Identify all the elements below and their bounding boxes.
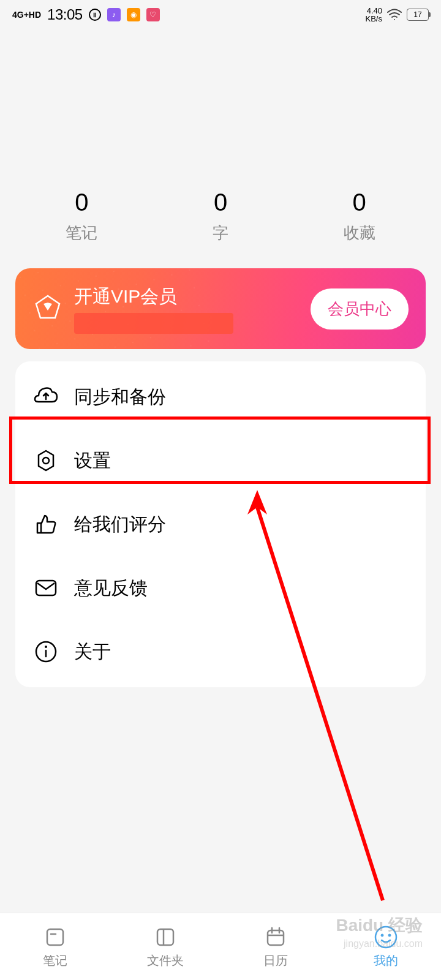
menu-about-label: 关于 <box>74 639 111 665</box>
vip-text: 开通VIP会员 <box>74 284 311 334</box>
vip-title: 开通VIP会员 <box>74 284 311 309</box>
stat-notes[interactable]: 0 笔记 <box>12 189 151 244</box>
watermark-sub: jingyan.baidu.com <box>344 938 423 949</box>
settings-icon <box>32 447 59 474</box>
svg-point-0 <box>43 458 49 464</box>
stat-words-label: 字 <box>151 222 290 244</box>
nav-notes-label: 笔记 <box>43 952 67 969</box>
nav-mine-label: 我的 <box>374 952 398 969</box>
wifi-icon <box>387 9 402 21</box>
info-icon <box>32 638 59 665</box>
menu-sync-backup[interactable]: 同步和备份 <box>15 365 426 429</box>
calendar-icon <box>263 924 288 950</box>
thumbs-up-icon <box>32 511 59 538</box>
vip-center-button[interactable]: 会员中心 <box>311 288 409 330</box>
pause-icon: Ⅱ <box>89 9 101 21</box>
stat-words[interactable]: 0 字 <box>151 189 290 244</box>
profile-area <box>0 29 441 176</box>
mail-icon <box>32 575 59 601</box>
svg-rect-1 <box>36 581 56 595</box>
status-left: 4G+HD 13:05 Ⅱ ♪ ◉ ♡ <box>12 6 160 23</box>
menu-rate-us[interactable]: 给我们评分 <box>15 492 426 556</box>
vip-banner[interactable]: 开通VIP会员 会员中心 <box>15 268 426 349</box>
folders-icon <box>153 924 178 950</box>
status-right: 4.40 KB/s 17 <box>366 7 429 23</box>
network-speed: 4.40 KB/s <box>366 7 382 23</box>
stat-notes-value: 0 <box>12 189 151 216</box>
svg-rect-6 <box>47 929 63 945</box>
menu-feedback-label: 意见反馈 <box>74 576 148 601</box>
menu-rate-label: 给我们评分 <box>74 512 166 537</box>
menu-settings[interactable]: 设置 <box>15 429 426 492</box>
app-icon-1: ♪ <box>107 8 121 21</box>
vip-diamond-icon <box>32 293 63 324</box>
nav-calendar[interactable]: 日历 <box>221 913 331 980</box>
app-icon-2: ◉ <box>127 8 140 21</box>
menu-feedback[interactable]: 意见反馈 <box>15 556 426 620</box>
status-bar: 4G+HD 13:05 Ⅱ ♪ ◉ ♡ 4.40 KB/s 17 <box>0 0 441 29</box>
watermark: Baidu 经验 <box>336 914 423 937</box>
clock: 13:05 <box>47 6 83 23</box>
app-icon-3: ♡ <box>146 8 160 21</box>
notes-icon <box>42 924 68 950</box>
stat-notes-label: 笔记 <box>12 222 151 244</box>
menu-settings-label: 设置 <box>74 448 111 473</box>
stat-favorites-label: 收藏 <box>290 222 429 244</box>
vip-subtitle-redacted <box>74 313 233 334</box>
nav-calendar-label: 日历 <box>263 952 288 969</box>
menu-sync-label: 同步和备份 <box>74 385 166 410</box>
nav-folders-label: 文件夹 <box>147 952 184 969</box>
menu-about[interactable]: 关于 <box>15 620 426 684</box>
stats-row: 0 笔记 0 字 0 收藏 <box>0 176 441 268</box>
battery-indicator: 17 <box>407 9 429 21</box>
nav-notes[interactable]: 笔记 <box>0 913 110 980</box>
svg-rect-10 <box>268 930 284 945</box>
svg-point-3 <box>45 646 47 648</box>
nav-folders[interactable]: 文件夹 <box>110 913 221 980</box>
stat-favorites[interactable]: 0 收藏 <box>290 189 429 244</box>
cloud-upload-icon <box>32 383 59 410</box>
stat-words-value: 0 <box>151 189 290 216</box>
menu-card: 同步和备份 设置 给我们评分 意见反馈 关于 <box>15 361 426 687</box>
svg-rect-8 <box>157 929 173 945</box>
stat-favorites-value: 0 <box>290 189 429 216</box>
signal-indicator: 4G+HD <box>12 10 41 20</box>
